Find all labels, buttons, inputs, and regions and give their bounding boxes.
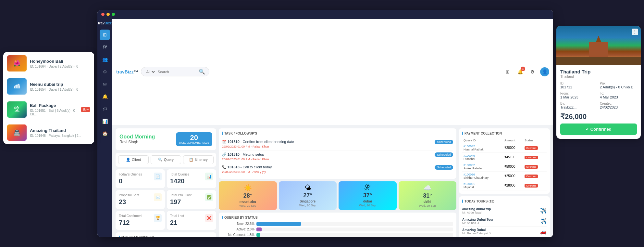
task-item: 📞 101813 - Call to client today Schedule… — [222, 163, 453, 176]
notification-btn[interactable]: 🔔 17 — [515, 67, 525, 76]
sidebar-item-chart[interactable]: 📊 — [100, 116, 110, 126]
detail-menu-icon[interactable]: ⋮ — [632, 29, 638, 35]
tour-name: Amazing Dubai Tour — [462, 218, 493, 221]
greeting-morning: Good Morning — [119, 134, 155, 140]
user-avatar-btn[interactable]: 👤 — [540, 67, 549, 76]
trip-to: 4 Mar 2023 — [600, 95, 637, 99]
client-btn[interactable]: 👤 Client — [118, 155, 149, 164]
status-label: New: 22.6% — [222, 222, 254, 226]
to-label: To: — [600, 92, 637, 95]
status-row: Active: 2.6% — [222, 228, 453, 231]
stat-icon: ❌ — [205, 214, 213, 222]
payment-id: #100042 — [464, 145, 502, 148]
table-row[interactable]: #100046Pranchal₹4510Overdue — [462, 152, 547, 162]
date-badge: 20 WED, SEPTEMBER 2023 — [176, 132, 212, 146]
search-icon: 🔍 — [199, 69, 205, 75]
search-input[interactable] — [158, 70, 197, 74]
sidebar-item-map[interactable]: 🗺 — [100, 42, 110, 52]
search-filter[interactable]: All — [145, 70, 156, 74]
overdue-badge: Overdue — [525, 146, 538, 150]
trip-image: ⋮ — [556, 26, 641, 65]
top-bar-actions: ⊞ 🔔 17 ⚙ 👤 — [503, 67, 549, 76]
sidebar-item-home[interactable]: 🏠 — [100, 128, 110, 139]
sidebar-item-users[interactable]: 👥 — [100, 54, 110, 65]
chart-title: THIS YEAR QUERIES — [119, 236, 213, 238]
tasks-card: TASK / FOLLOWUP'S 📅 101810 - Confirm fro… — [219, 128, 456, 179]
sidebar-item-notifications[interactable]: 🔔 — [100, 91, 110, 102]
payment-id-cell: #100051Mujahid — [462, 181, 503, 190]
trip-meta: ID: 101646 - Pattaya, Bangkok | 2... — [30, 134, 90, 137]
weather-card-dubai: ⛈ 37° dubai Wed, 20 Sep — [339, 181, 397, 210]
weather-date: Wed, 20 Sep — [299, 204, 316, 207]
sidebar-nav: travBizz ⊞ 🗺 👥 ⚙ ✉ 🔔 🏷 📊 🏠 — [97, 19, 112, 237]
list-item[interactable]: 🏯 Amazing Thailand ID: 101646 - Pattaya,… — [3, 121, 94, 144]
search-bar[interactable]: All 🔍 — [141, 67, 209, 76]
status-bar-fill — [256, 222, 301, 226]
trip-location: Thailand — [560, 74, 637, 78]
user-icon: 👤 — [542, 69, 548, 74]
payment-id-cell: #100056Shikher Chaudhary — [462, 171, 503, 181]
settings-btn[interactable]: ⚙ — [528, 67, 537, 76]
date-text: WED, SEPTEMBER 2023 — [179, 141, 209, 144]
close-window-btn[interactable] — [101, 13, 105, 16]
list-item[interactable]: 🌺 Honeymoon Bali ID: 101664 - Dubai | 2 … — [3, 52, 94, 75]
status-bar-bg — [256, 222, 453, 226]
task-item: 📅 101810 - Confirm from client booking d… — [222, 138, 453, 150]
payment-amount-cell: ₹25000 — [503, 171, 523, 181]
list-item[interactable]: 🏝 Bali Package ID: 101651 - Bali | 6 Adu… — [3, 98, 94, 121]
tour-item: amezing dubai tripMr. Abdul fasal✈️ — [462, 206, 547, 216]
client-icon: 👤 — [126, 158, 130, 162]
overdue-badge: Overdue — [525, 165, 538, 169]
col-amount: Amount — [503, 138, 523, 143]
payment-status-cell: Overdue — [523, 162, 547, 171]
task-badge: Scheduled — [435, 165, 453, 170]
weather-date: Wed, 20 Sep — [359, 204, 376, 207]
trip-title: Neenu dubai trip — [30, 82, 90, 87]
task-badge: Scheduled — [435, 140, 453, 144]
sidebar-item-tags[interactable]: 🏷 — [100, 104, 110, 114]
payment-amount-cell: ₹20000 — [503, 143, 523, 152]
payment-id: #100046 — [464, 154, 502, 157]
id-label: ID: — [560, 82, 597, 85]
list-item[interactable]: 🏙 Neenu dubai trip ID: 101654 - Dubai | … — [3, 75, 94, 98]
grid-icon-btn[interactable]: ⊞ — [503, 67, 512, 76]
maximize-window-btn[interactable] — [112, 13, 115, 16]
payment-amount-cell: ₹28000 — [503, 181, 523, 190]
payment-status-cell: Overdue — [523, 181, 547, 190]
weather-city: mount abu — [240, 200, 256, 203]
minimize-window-btn[interactable] — [106, 13, 110, 16]
itinerary-btn[interactable]: 📋 Itinerary — [183, 155, 214, 164]
trip-thumbnail: 🌺 — [7, 55, 27, 72]
payment-id: #100052 — [464, 163, 502, 167]
task-meta: 20/09/2023:01:00 PM - Ashu y y y — [222, 170, 453, 174]
confirmed-button[interactable]: ✓ Confirmed — [560, 124, 637, 135]
window-titlebar — [97, 10, 553, 19]
sidebar-item-mail[interactable]: ✉ — [100, 79, 110, 89]
table-row[interactable]: #100042Harshal Pathak₹20000Overdue — [462, 143, 547, 152]
yearly-chart-card: THIS YEAR QUERIES 200150100500 JanFebMar… — [116, 232, 216, 238]
table-row[interactable]: #100051Mujahid₹28000Overdue — [462, 181, 547, 190]
queries-status-rows: New: 22.6%Active: 2.6%No Connect: 1.8%Ho… — [222, 222, 453, 238]
trip-thumbnail: 🏙 — [7, 78, 27, 95]
tour-transport-icon: 🚗 — [540, 228, 547, 235]
payment-name: Mujahid — [464, 186, 502, 189]
greeting-username: Ravi Singh — [119, 140, 155, 144]
trip-thumbnail: 🏯 — [7, 124, 27, 141]
weather-temp: 27° — [303, 192, 312, 199]
stat-today-queries: 📄 Today's Queries 0 — [116, 169, 165, 188]
trip-meta: ID: 101664 - Dubai | 2 Adult(s) - 0 — [30, 65, 90, 68]
left-trip-list: 🌺 Honeymoon Bali ID: 101664 - Dubai | 2 … — [3, 52, 94, 144]
tour-item: Amazing Dubai TourMr. Aninda Ji✈️ — [462, 216, 547, 227]
price-badge: $low — [81, 107, 90, 112]
weather-card-delhi: ☁️ 31° delhi Wed, 20 Sep — [399, 181, 457, 210]
table-row[interactable]: #100052Aniket Patade₹50000Overdue — [462, 162, 547, 171]
sidebar-item-dashboard[interactable]: ⊞ — [100, 30, 110, 40]
table-row[interactable]: #100056Shikher Chaudhary₹25000Overdue — [462, 171, 547, 181]
sidebar-item-settings[interactable]: ⚙ — [100, 67, 110, 77]
query-btn[interactable]: 🔍 Query — [151, 155, 181, 164]
task-item: 🔗 101810 - Metting setup Scheduled 20/09… — [222, 150, 453, 163]
by-label: By: — [560, 102, 597, 105]
weather-card-mountabu: ☀️ 28° mount abu Wed, 20 Sep — [219, 181, 277, 210]
queries-status-card: QUERIES BY STATUS New: 22.6%Active: 2.6%… — [219, 213, 456, 238]
weather-city: dubai — [363, 200, 372, 203]
